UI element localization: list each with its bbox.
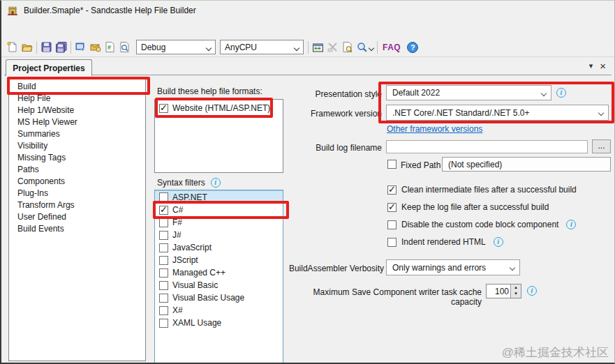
tab-list-dropdown-icon[interactable]: ▾ (589, 61, 593, 70)
checkbox[interactable] (159, 281, 168, 290)
info-icon[interactable]: i (566, 220, 576, 229)
fixed-path-checkbox[interactable] (387, 160, 397, 169)
faq-link[interactable]: FAQ (383, 43, 401, 52)
option-row[interactable]: Indent rendered HTML i (387, 237, 503, 247)
option-row[interactable]: Keep the log file after a successful bui… (387, 202, 549, 212)
checkbox[interactable] (159, 319, 168, 328)
component-icon[interactable] (88, 40, 103, 54)
option-label: Indent rendered HTML (401, 237, 486, 247)
cancel-build-icon[interactable] (325, 40, 340, 54)
checkbox[interactable] (159, 206, 168, 215)
checkbox-row[interactable]: Website (HTML/ASP.NET) (155, 102, 283, 114)
checkbox-row[interactable]: F# (155, 216, 283, 229)
max-cache-value: 100 (495, 287, 509, 296)
build-log-filename-input[interactable] (386, 140, 588, 153)
max-cache-spinner[interactable]: 100 ▲▼ (486, 284, 521, 298)
option-label: Keep the log file after a successful bui… (401, 202, 549, 212)
checkbox[interactable] (159, 231, 168, 240)
info-icon[interactable]: i (527, 286, 537, 296)
verbosity-combobox[interactable]: Only warnings and errors (386, 259, 520, 275)
view-help-file-icon[interactable] (340, 40, 355, 54)
configuration-combobox[interactable]: Debug (136, 40, 216, 54)
checkbox-row[interactable]: C# (155, 204, 283, 216)
build-project-icon[interactable]: ++ (311, 40, 325, 54)
new-project-icon[interactable] (5, 40, 20, 54)
framework-version-combobox[interactable]: .NET Core/.NET Standard/.NET 5.0+ (386, 105, 609, 121)
checkbox[interactable] (159, 104, 168, 113)
configuration-value: Debug (141, 43, 165, 52)
checkbox-label: ASP.NET (172, 192, 207, 202)
checkbox[interactable] (159, 256, 168, 265)
checkbox-row[interactable]: JScript (155, 254, 283, 266)
category-item[interactable]: Help File (9, 93, 145, 105)
checkbox-row[interactable]: JavaScript (155, 241, 283, 254)
checkbox-label: X# (172, 305, 183, 315)
checkbox[interactable] (387, 185, 397, 195)
category-item[interactable]: Build (9, 81, 145, 93)
formats-label: Build these help file formats: (157, 86, 262, 96)
checkbox-label: JScript (172, 255, 198, 265)
checkbox-row[interactable]: Visual Basic (155, 279, 283, 291)
info-icon[interactable]: i (556, 88, 566, 98)
title-bar: Builder.Smaple* - Sandcastle Help File B… (1, 1, 614, 20)
category-item[interactable]: Missing Tags (9, 152, 145, 164)
other-framework-versions-link[interactable]: Other framework versions (387, 124, 482, 134)
tab-project-properties[interactable]: Project Properties (6, 59, 92, 76)
checkbox-row[interactable]: ASP.NET (155, 190, 283, 204)
info-icon[interactable]: i (494, 237, 503, 247)
checkbox[interactable] (387, 238, 397, 247)
category-item[interactable]: Help 1/Website (9, 105, 145, 116)
checkbox-row[interactable]: J# (155, 229, 283, 241)
chevron-down-icon (541, 91, 547, 96)
checkbox[interactable] (159, 218, 168, 227)
search-dropdown-chevron-icon[interactable] (369, 45, 374, 50)
browse-button[interactable]: ... (592, 139, 611, 153)
checkbox[interactable] (159, 243, 168, 252)
checkbox[interactable] (387, 220, 397, 229)
spinner-up-icon[interactable]: ▲ (511, 285, 521, 291)
preview-topic-icon[interactable] (117, 40, 132, 54)
category-item[interactable]: Components (9, 176, 145, 188)
category-item[interactable]: Build Events (9, 223, 145, 235)
spinner-down-icon[interactable]: ▼ (511, 291, 521, 297)
save-icon[interactable] (39, 40, 54, 54)
option-row[interactable]: Clean intermediate files after a success… (387, 185, 577, 195)
help-icon[interactable]: ? (405, 40, 420, 54)
entity-references-icon[interactable]: # (103, 40, 117, 54)
save-all-icon[interactable] (54, 40, 68, 54)
platform-combobox[interactable]: AnyCPU (220, 40, 304, 54)
chevron-down-icon (598, 110, 604, 116)
close-tab-icon[interactable]: × (600, 62, 606, 70)
checkbox-label: C# (172, 205, 183, 215)
tab-strip: Project Properties ▾ × (4, 57, 612, 75)
menu-bar (1, 20, 614, 38)
syntax-filters-label: Syntax filters (157, 178, 205, 188)
fixed-path-value: (Not specified) (442, 157, 611, 172)
search-icon[interactable] (355, 40, 369, 54)
option-row[interactable]: Disable the custom code block component … (387, 220, 576, 229)
chevron-down-icon (294, 45, 299, 51)
category-item[interactable]: Visibility (9, 140, 145, 152)
category-item[interactable]: User Defined (9, 211, 145, 223)
checkbox[interactable] (159, 268, 168, 278)
open-project-icon[interactable] (20, 40, 34, 54)
checkbox-label: Visual Basic (172, 280, 218, 290)
category-item[interactable]: MS Help Viewer (9, 116, 145, 128)
category-item[interactable]: Paths (9, 164, 145, 176)
checkbox[interactable] (387, 203, 397, 212)
presentation-style-combobox[interactable]: Default 2022 (386, 85, 551, 100)
category-item[interactable]: Plug-Ins (9, 188, 145, 199)
checkbox[interactable] (159, 306, 168, 315)
info-icon[interactable]: i (211, 178, 221, 188)
checkbox-row[interactable]: Managed C++ (155, 266, 283, 279)
category-item[interactable]: Transform Args (9, 199, 145, 211)
svg-text:?: ? (410, 43, 415, 52)
project-explorer-icon[interactable] (73, 40, 88, 54)
checkbox[interactable] (159, 294, 168, 303)
category-item[interactable]: Summaries (9, 128, 145, 140)
checkbox-row[interactable]: Visual Basic Usage (155, 291, 283, 304)
checkbox-row[interactable]: X# (155, 304, 283, 317)
checkbox-row[interactable]: XAML Usage (155, 317, 283, 329)
checkbox[interactable] (159, 192, 168, 202)
spinner-arrows[interactable]: ▲▼ (510, 285, 521, 298)
